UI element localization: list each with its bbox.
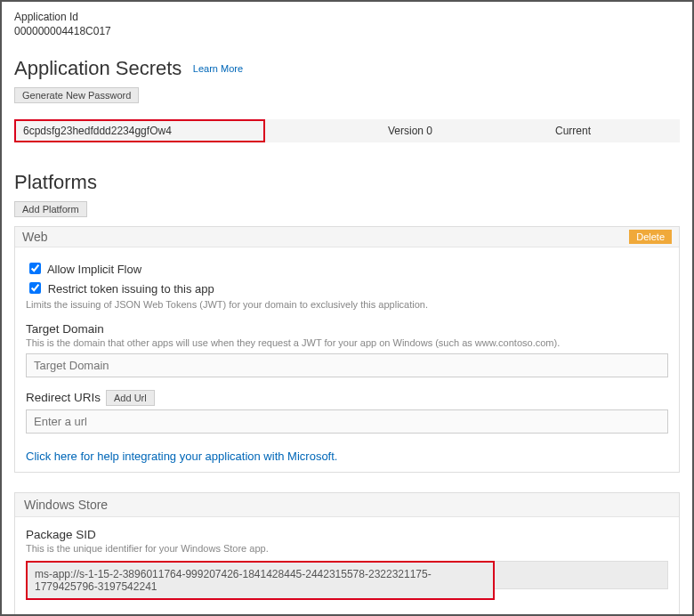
secret-password-value: 6cpdsfg23hedfddd2234ggfOw4 xyxy=(14,119,265,142)
allow-implicit-flow-label: Allow Implicit Flow xyxy=(47,263,141,276)
learn-more-link[interactable]: Learn More xyxy=(193,63,243,74)
target-domain-help: This is the domain that other apps will … xyxy=(26,337,668,348)
target-domain-label: Target Domain xyxy=(26,322,668,336)
package-sid-field-extension xyxy=(495,561,668,589)
application-id-value: 000000004418C017 xyxy=(14,25,680,37)
add-platform-button[interactable]: Add Platform xyxy=(14,201,87,217)
integration-help-link[interactable]: Click here for help integrating your app… xyxy=(26,450,668,463)
delete-button[interactable]: Delete xyxy=(629,230,672,244)
windows-store-panel: Windows Store Package SID This is the un… xyxy=(14,492,680,616)
add-url-button[interactable]: Add Url xyxy=(106,390,155,406)
restrict-token-checkbox[interactable] xyxy=(29,282,41,294)
redirect-uri-input[interactable] xyxy=(26,409,668,434)
web-panel-header: Web Delete xyxy=(15,227,679,247)
package-sid-help: This is the unique identifier for your W… xyxy=(26,543,668,554)
windows-store-header: Windows Store xyxy=(15,493,679,517)
restrict-token-help: Limits the issuing of JSON Web Tokens (J… xyxy=(26,299,668,310)
platforms-title: Platforms xyxy=(14,171,680,194)
secret-status: Current xyxy=(555,125,680,137)
target-domain-input[interactable] xyxy=(26,353,668,377)
package-sid-label: Package SID xyxy=(26,528,668,541)
application-secrets-title: Application Secrets xyxy=(14,57,182,80)
web-header-label: Web xyxy=(22,230,48,244)
application-id-label: Application Id xyxy=(14,11,680,23)
generate-new-password-button[interactable]: Generate New Password xyxy=(14,87,139,103)
web-panel: Web Delete Allow Implicit Flow Restrict … xyxy=(14,226,680,473)
restrict-token-label: Restrict token issuing to this app xyxy=(48,282,214,296)
secret-version: Version 0 xyxy=(265,125,555,137)
package-sid-value: ms-app://s-1-15-2-3896011764-999207426-1… xyxy=(26,561,495,600)
redirect-uris-label: Redirect URIs xyxy=(26,391,101,404)
secret-row: 6cpdsfg23hedfddd2234ggfOw4 Version 0 Cur… xyxy=(14,119,680,142)
allow-implicit-flow-checkbox[interactable] xyxy=(29,263,41,274)
